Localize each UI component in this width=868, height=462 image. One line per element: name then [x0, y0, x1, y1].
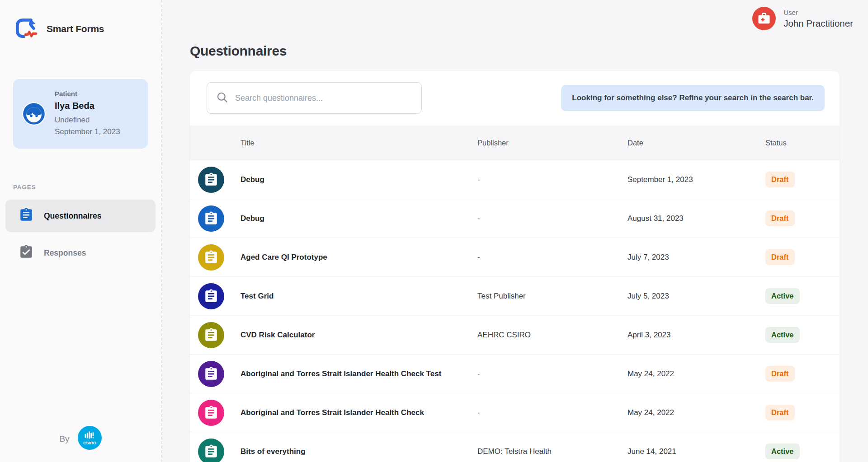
clipboard-icon — [203, 405, 219, 420]
main-content: User John Practitioner Questionnaires Lo… — [162, 0, 868, 462]
status-badge: Draft — [765, 172, 795, 187]
status-badge: Draft — [765, 249, 795, 265]
sidebar: Smart Forms Patient Ilya Beda Undefined … — [0, 0, 162, 462]
clipboard-icon — [203, 444, 219, 459]
row-avatar — [198, 322, 224, 348]
csiro-logo[interactable]: CSIRO — [78, 426, 102, 452]
row-date: July 7, 2023 — [627, 253, 765, 262]
search-input[interactable] — [235, 93, 412, 103]
row-title: Debug — [241, 214, 477, 223]
medical-bag-icon — [757, 12, 771, 25]
row-publisher: Test Publisher — [477, 292, 627, 301]
clipboard-icon — [203, 289, 219, 304]
row-date: May 24, 2022 — [627, 408, 765, 417]
assignment-icon — [19, 207, 34, 224]
clipboard-icon — [203, 172, 219, 187]
sidebar-footer: By CSIRO — [13, 426, 148, 452]
patient-name: Ilya Beda — [55, 101, 120, 111]
row-avatar — [198, 283, 224, 309]
patient-gender: Undefined — [55, 114, 120, 126]
table-row[interactable]: CVD Risk Calculator AEHRC CSIRO April 3,… — [190, 315, 840, 354]
table-header: Title Publisher Date Status — [190, 126, 840, 160]
toolbar: Looking for something else? Refine your … — [190, 71, 840, 126]
row-avatar — [198, 167, 224, 193]
patient-date: September 1, 2023 — [55, 126, 120, 138]
table-body: Debug - September 1, 2023 Draft Debug - … — [190, 160, 840, 462]
search-box[interactable] — [207, 82, 422, 114]
status-badge: Active — [765, 327, 800, 343]
col-header-status: Status — [765, 139, 829, 147]
sidebar-item-responses[interactable]: Responses — [5, 237, 156, 269]
table-row[interactable]: Debug - August 31, 2023 Draft — [190, 199, 840, 238]
row-avatar — [198, 400, 224, 426]
sidebar-item-label: Questionnaires — [44, 211, 101, 221]
row-publisher: - — [477, 369, 627, 378]
assignment-turned-in-icon — [19, 244, 34, 261]
clipboard-icon — [203, 211, 219, 226]
status-badge: Active — [765, 288, 800, 304]
table-row[interactable]: Test Grid Test Publisher July 5, 2023 Ac… — [190, 276, 840, 315]
user-chip[interactable]: User John Practitioner — [752, 7, 853, 30]
row-date: August 31, 2023 — [627, 214, 765, 223]
row-date: April 3, 2023 — [627, 331, 765, 340]
col-header-publisher: Publisher — [477, 139, 627, 147]
row-title: CVD Risk Calculator — [241, 331, 477, 340]
by-label: By — [59, 434, 69, 444]
user-name: John Practitioner — [783, 18, 853, 29]
patient-label: Patient — [55, 90, 120, 98]
smart-forms-logo-icon — [13, 15, 39, 43]
status-badge: Active — [765, 443, 800, 459]
status-badge: Draft — [765, 366, 795, 382]
row-title: Debug — [241, 175, 477, 184]
status-badge: Draft — [765, 405, 795, 420]
row-date: July 5, 2023 — [627, 292, 765, 301]
row-date: September 1, 2023 — [627, 175, 765, 184]
status-badge: Draft — [765, 210, 795, 226]
row-publisher: - — [477, 253, 627, 262]
row-title: Bits of everything — [241, 447, 477, 456]
patient-card: Patient Ilya Beda Undefined September 1,… — [13, 79, 148, 149]
row-avatar — [198, 244, 224, 271]
table-row[interactable]: Debug - September 1, 2023 Draft — [190, 160, 840, 199]
sidebar-nav: Questionnaires Responses — [13, 200, 148, 269]
row-publisher: - — [477, 408, 627, 417]
user-role-label: User — [783, 9, 853, 16]
clipboard-icon — [203, 327, 219, 343]
row-title: Aboriginal and Torres Strait Islander He… — [241, 369, 477, 378]
row-avatar — [198, 361, 224, 387]
app-logo-row: Smart Forms — [13, 15, 148, 43]
sidebar-item-label: Responses — [44, 248, 86, 258]
row-date: May 24, 2022 — [627, 369, 765, 378]
row-avatar — [198, 439, 224, 462]
row-publisher: AEHRC CSIRO — [477, 331, 627, 340]
patient-info: Patient Ilya Beda Undefined September 1,… — [55, 90, 120, 138]
sidebar-item-questionnaires[interactable]: Questionnaires — [5, 200, 156, 232]
row-title: Test Grid — [241, 292, 477, 301]
clipboard-icon — [203, 250, 219, 265]
row-publisher: DEMO: Telstra Health — [477, 447, 627, 456]
patient-face-icon — [22, 102, 46, 126]
search-hint-banner: Looking for something else? Refine your … — [561, 85, 825, 111]
table-row[interactable]: Bits of everything DEMO: Telstra Health … — [190, 432, 840, 462]
clipboard-icon — [203, 366, 219, 382]
pages-section-label: PAGES — [13, 184, 148, 191]
row-title: Aboriginal and Torres Strait Islander He… — [241, 408, 477, 417]
row-avatar — [198, 205, 224, 232]
table-row[interactable]: Aged Care QI Prototype - July 7, 2023 Dr… — [190, 238, 840, 276]
col-header-date: Date — [627, 139, 765, 147]
search-icon — [216, 91, 228, 105]
row-date: June 14, 2021 — [627, 447, 765, 456]
row-publisher: - — [477, 214, 627, 223]
table-row[interactable]: Aboriginal and Torres Strait Islander He… — [190, 393, 840, 432]
user-avatar — [752, 7, 776, 30]
page-title: Questionnaires — [190, 43, 840, 59]
questionnaires-card: Looking for something else? Refine your … — [190, 71, 840, 462]
row-publisher: - — [477, 175, 627, 184]
row-title: Aged Care QI Prototype — [241, 253, 477, 262]
col-header-title: Title — [241, 139, 477, 147]
app-title: Smart Forms — [47, 23, 104, 34]
table-row[interactable]: Aboriginal and Torres Strait Islander He… — [190, 354, 840, 393]
csiro-logo-text: CSIRO — [83, 441, 96, 445]
